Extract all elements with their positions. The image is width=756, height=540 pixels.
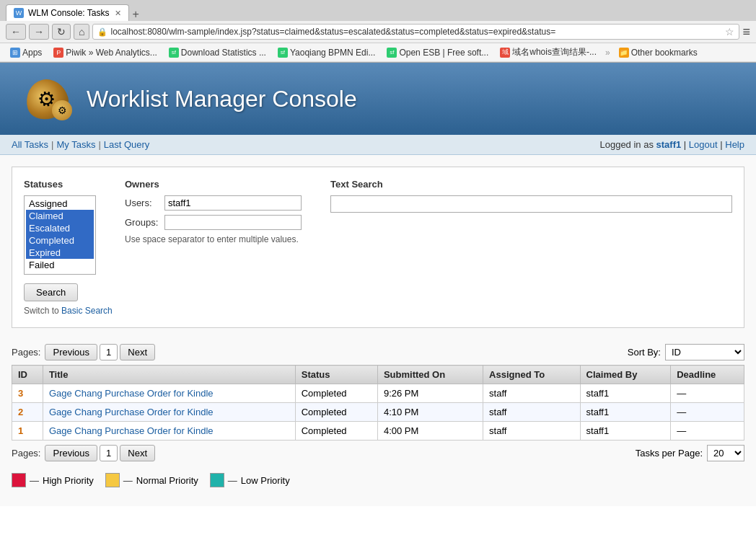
search-button[interactable]: Search	[24, 283, 78, 301]
users-input[interactable]	[164, 195, 302, 211]
status-expired[interactable]: Expired	[26, 247, 94, 259]
tab-close-button[interactable]: ✕	[115, 9, 121, 18]
tab-favicon: W	[14, 8, 24, 18]
task-id: 1	[12, 422, 43, 441]
active-tab[interactable]: W WLM Console: Tasks ✕	[6, 4, 129, 21]
task-title-link[interactable]: Gage Chang Purchase Order for Kindle	[49, 407, 214, 417]
tasks-per-page-select[interactable]: 20 50 100	[707, 445, 744, 461]
sort-by-select[interactable]: ID Title Status Submitted On	[665, 344, 744, 360]
tab-bar: W WLM Console: Tasks ✕ +	[0, 0, 756, 21]
bookmark-other-label: Other bookmarks	[631, 48, 698, 58]
browser-menu-button[interactable]: ≡	[742, 25, 750, 40]
basic-search-link[interactable]: Basic Search	[61, 306, 113, 316]
login-sep-1: |	[684, 139, 689, 150]
nav-last-query[interactable]: Last Query	[104, 139, 150, 150]
url-bar[interactable]: 🔒 localhost:8080/wlm-sample/index.jsp?st…	[92, 24, 739, 40]
bookmark-piwik-label: Piwik » Web Analytics...	[66, 48, 157, 58]
status-completed[interactable]: Completed	[26, 234, 94, 247]
bookmark-open-label: Open ESB | Free soft...	[399, 48, 488, 58]
hint-text: Use space separator to enter multiple va…	[125, 234, 302, 244]
lock-icon: 🔒	[97, 27, 107, 37]
table-row: 2 Gage Chang Purchase Order for Kindle C…	[12, 403, 744, 422]
bookmark-download-stats[interactable]: sf Download Statistics ...	[164, 47, 271, 58]
search-panel: Statuses Assigned Claimed Escalated Comp…	[12, 167, 744, 328]
forward-button[interactable]: →	[29, 24, 49, 40]
task-status: Completed	[295, 422, 377, 441]
top-next-button[interactable]: Next	[120, 344, 155, 360]
nav-all-tasks[interactable]: All Tasks	[12, 139, 48, 150]
new-tab-button[interactable]: +	[132, 8, 139, 21]
table-row: 1 Gage Chang Purchase Order for Kindle C…	[12, 422, 744, 441]
task-status: Completed	[295, 384, 377, 403]
task-id: 3	[12, 384, 43, 403]
switch-text: Switch to	[24, 306, 59, 316]
page-header: ⚙ ⚙ Worklist Manager Console	[0, 63, 756, 135]
nav-my-tasks[interactable]: My Tasks	[56, 139, 95, 150]
help-link[interactable]: Help	[725, 139, 744, 150]
status-escalated[interactable]: Escalated	[26, 222, 94, 234]
groups-row: Groups:	[125, 215, 302, 230]
top-pagination-bar: Pages: Previous 1 Next Sort By: ID Title…	[12, 340, 744, 365]
login-info: Logged in as staff1 | Logout | Help	[599, 139, 744, 150]
username-link[interactable]: staff1	[656, 139, 682, 150]
open-icon: sf	[387, 48, 397, 58]
search-row: Statuses Assigned Claimed Escalated Comp…	[24, 179, 732, 275]
login-text: Logged in as	[599, 139, 653, 150]
nav-links: All Tasks | My Tasks | Last Query	[12, 139, 149, 150]
task-id: 2	[12, 403, 43, 422]
status-claimed[interactable]: Claimed	[26, 210, 94, 222]
groups-label: Groups:	[125, 217, 164, 228]
apps-icon: ⊞	[10, 48, 20, 58]
owners-label: Owners	[125, 179, 302, 190]
bookmark-star-button[interactable]: ☆	[725, 26, 734, 37]
bottom-prev-button[interactable]: Previous	[45, 445, 97, 461]
top-prev-button[interactable]: Previous	[45, 344, 97, 360]
home-button[interactable]: ⌂	[74, 24, 89, 40]
text-search-input[interactable]	[330, 195, 732, 213]
bookmark-openesb[interactable]: sf Open ESB | Free soft...	[382, 47, 493, 58]
status-assigned[interactable]: Assigned	[26, 198, 94, 210]
status-failed[interactable]: Failed	[26, 259, 94, 271]
high-dash: —	[30, 475, 39, 486]
header-logo: ⚙ ⚙	[22, 77, 72, 120]
task-status: Completed	[295, 403, 377, 422]
refresh-button[interactable]: ↻	[52, 24, 71, 40]
col-status: Status	[295, 366, 377, 384]
low-priority-label: Low Priority	[241, 475, 290, 486]
nav-bar: ← → ↻ ⌂ 🔒 localhost:8080/wlm-sample/inde…	[0, 21, 756, 43]
bookmark-whois[interactable]: 域 域名whois查询结果-...	[496, 45, 601, 59]
bookmark-other[interactable]: 📁 Other bookmarks	[615, 47, 702, 58]
sort-by-container: Sort By: ID Title Status Submitted On	[628, 344, 744, 360]
switch-link-container: Switch to Basic Search	[24, 306, 732, 316]
task-title-link[interactable]: Gage Chang Purchase Order for Kindle	[49, 388, 214, 399]
tab-title: WLM Console: Tasks	[28, 8, 109, 18]
statuses-list[interactable]: Assigned Claimed Escalated Completed Exp…	[24, 195, 96, 275]
col-submitted-on: Submitted On	[377, 366, 483, 384]
main-content: Statuses Assigned Claimed Escalated Comp…	[0, 155, 756, 506]
bookmark-dl-label: Download Statistics ...	[181, 48, 266, 58]
back-button[interactable]: ←	[6, 24, 26, 40]
bookmark-piwik[interactable]: P Piwik » Web Analytics...	[49, 47, 162, 58]
dl-icon: sf	[169, 48, 179, 58]
col-id: ID	[12, 366, 43, 384]
bookmark-apps[interactable]: ⊞ Apps	[6, 47, 46, 58]
bookmark-apps-label: Apps	[22, 48, 42, 58]
bookmark-yao-label: Yaoqiang BPMN Edi...	[290, 48, 376, 58]
tasks-per-page-container: Tasks per Page: 20 50 100	[636, 445, 744, 461]
bottom-next-button[interactable]: Next	[120, 445, 155, 461]
logout-link[interactable]: Logout	[689, 139, 718, 150]
bookmark-yaoqiang[interactable]: sf Yaoqiang BPMN Edi...	[273, 47, 380, 58]
task-title-link[interactable]: Gage Chang Purchase Order for Kindle	[49, 425, 214, 436]
tasks-per-page-label: Tasks per Page:	[636, 448, 703, 459]
owners-col: Owners Users: Groups: Use space separato…	[125, 179, 302, 244]
col-title: Title	[43, 366, 295, 384]
folder-icon: 📁	[619, 48, 629, 58]
table-header-row: ID Title Status Submitted On Assigned To…	[12, 366, 744, 384]
bookmarks-bar: ⊞ Apps P Piwik » Web Analytics... sf Dow…	[0, 43, 756, 62]
groups-input[interactable]	[164, 215, 302, 230]
page-title: Worklist Manager Console	[87, 86, 357, 112]
whois-icon: 域	[500, 48, 510, 58]
normal-priority-color	[105, 473, 120, 487]
yao-icon: sf	[278, 48, 288, 58]
task-assigned-to: staff	[483, 403, 580, 422]
